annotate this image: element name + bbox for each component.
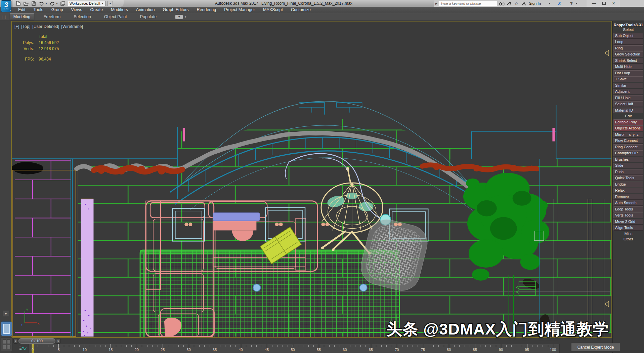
redo-icon[interactable] [49,1,55,6]
application-menu-logo[interactable]: 3 MAX ▾ [1,0,11,12]
sign-in-dropdown-caret[interactable]: ▼ [548,2,551,5]
rappatools-similar[interactable]: Similar [613,83,643,88]
rappatools-remove[interactable]: Remove [613,194,643,200]
menu-modifiers[interactable]: Modifiers [107,7,132,13]
ribbon-tab-bar: ❘❘ ModelingFreeformSelectionObject Paint… [0,13,644,21]
search-binoculars-icon[interactable] [498,1,505,6]
floor-spot[interactable] [253,284,260,291]
rappatools-loop[interactable]: Loop [613,39,643,45]
menu-maxscript[interactable]: MAXScript [259,7,287,13]
rappatools-mirror-x-y-z[interactable]: Mirror x y z [613,132,643,138]
menu-edit[interactable]: Edit [14,7,30,13]
viewport-label-top[interactable]: [Top] [21,24,30,29]
tab-selection[interactable]: Selection [70,13,94,20]
viewport-canvas[interactable]: y x z [12,22,611,337]
ribbon-minimize-icon[interactable]: ▼ [175,15,183,19]
viewport-top[interactable]: y x z [+][Top][User Defined][Wireframe] … [11,21,612,338]
chevron-down-icon: ▼ [101,2,104,5]
minimize-button[interactable]: — [592,0,596,7]
floor-spot[interactable] [360,284,367,291]
rappatools-verts-tools[interactable]: Verts Tools [613,212,643,218]
viewport-label-[interactable]: [+] [14,24,19,29]
favorites-star-icon[interactable]: ☆ [513,1,520,6]
menu-project-manager[interactable]: Project Manager [220,7,259,13]
viewport-layout-single-tab[interactable] [1,321,12,336]
menu-graph-editors[interactable]: Graph Editors [159,7,192,13]
infocenter-search-input[interactable] [439,1,498,6]
stats-verts-label: Verts: [18,46,34,51]
rappatools-adjacent[interactable]: Adjacent [613,89,643,94]
rappatools-material-id[interactable]: Material ID [613,108,643,113]
rappatools-objects-actions[interactable]: Objects Actions [613,125,643,131]
rappatools-quick-tools[interactable]: Quick Tools [613,175,643,181]
infocenter-collapse-icon[interactable]: ▶ [435,2,437,5]
rappatools-loop-tools[interactable]: Loop Tools [613,206,643,212]
workspace-menu-button[interactable]: ▼ [108,1,113,6]
rappatools-brushes[interactable]: Brushes [613,157,643,162]
rappatools-ring[interactable]: Ring [613,45,643,51]
communication-center-icon[interactable] [505,1,513,6]
undo-dropdown-caret[interactable]: ▼ [45,2,47,5]
rappatools-bridge[interactable]: Bridge [613,182,643,187]
restore-button[interactable] [602,2,606,5]
menu-tools[interactable]: Tools [30,7,47,13]
sign-in-person-icon[interactable] [520,1,527,6]
rappatools-shrink-select[interactable]: Shrink Select [613,58,643,64]
mini-curve-editor-icon[interactable] [19,346,27,352]
ruler-major-tick [319,344,319,348]
viewport-layout-quad-tab[interactable] [1,337,12,351]
tab-modeling[interactable]: Modeling [10,13,34,20]
new-scene-icon[interactable] [15,1,21,6]
next-frame-button[interactable]: > [56,339,60,344]
toolbar-drag-handle-icon[interactable]: ❘❘ [1,15,7,19]
rappatools-slide[interactable]: Slide [613,163,643,168]
menu-group[interactable]: Group [47,7,67,13]
rappatools-multi-hide[interactable]: Multi Hide [613,64,643,70]
menu-animation[interactable]: Animation [132,7,159,13]
cancel-expert-mode-button[interactable]: Cancel Expert Mode [571,343,620,352]
ribbon-minimize-caret[interactable]: ▼ [184,15,187,18]
open-file-icon[interactable] [23,1,29,6]
time-slider[interactable]: 0 / 100 [18,338,55,344]
close-button[interactable]: × [612,0,615,7]
save-file-icon[interactable] [31,1,37,6]
menu-views[interactable]: Views [67,7,86,13]
help-dropdown-caret[interactable]: ▼ [575,2,578,5]
rappatools-select-half[interactable]: Select Half [613,101,643,107]
rappatools-sub-object[interactable]: Sub Object [613,33,643,39]
rappatools-champfer-op[interactable]: Champfer OP [613,150,643,156]
tab-freeform[interactable]: Freeform [40,13,65,20]
tab-populate[interactable]: Populate [136,13,160,20]
rappatools-grow-selection[interactable]: Grow Selection [613,51,643,57]
rappatools-dot-loop[interactable]: Dot Loop [613,70,643,76]
previous-frame-button[interactable]: < [13,339,18,344]
rappatools-ring-connect[interactable]: Ring Connect [613,144,643,150]
expand-panel-arrow-button[interactable]: ▶ [3,311,9,316]
sign-in-label[interactable]: Sign In [529,1,541,5]
rappatools-auto-smooth[interactable]: Auto Smooth [613,200,643,206]
rappatools-fill-hole[interactable]: Fill / Hole [613,95,643,101]
undo-icon[interactable] [39,1,44,6]
ruler-label-10: 10 [83,348,87,352]
rappatools-move-2-grid[interactable]: Move 2 Grid [613,219,643,225]
tab-object-paint[interactable]: Object Paint [100,13,131,20]
viewport-label-wireframe[interactable]: [Wireframe] [61,24,83,29]
menu-customize[interactable]: Customize [287,7,315,13]
rolled-rug[interactable] [81,199,94,337]
menu-rendering[interactable]: Rendering [193,7,220,13]
timeline-ruler[interactable]: 0510152025303540455055606570758085909510… [29,344,560,353]
rappatools-editable-poly[interactable]: Editable Poly [613,119,643,125]
rappatools-push[interactable]: Push [613,169,643,175]
menu-create[interactable]: Create [86,7,107,13]
exchange-apps-icon[interactable]: X [556,1,563,6]
rappatools-flow-connect[interactable]: Flow Connect [613,138,643,144]
stats-verts-value: 12 918 075 [39,46,59,51]
redo-dropdown-caret[interactable]: ▼ [56,2,58,5]
workspace-dropdown[interactable]: Workspace: Default ▼ [68,1,105,6]
rappatools-align-tools[interactable]: Align Tools [613,225,643,231]
viewport-label-user-defined[interactable]: [User Defined] [32,24,59,29]
rappatools-save[interactable]: + Save [613,76,643,82]
help-icon[interactable]: ? [568,1,575,6]
rappatools-relax[interactable]: Relax [613,188,643,193]
project-folder-icon[interactable] [60,1,66,6]
